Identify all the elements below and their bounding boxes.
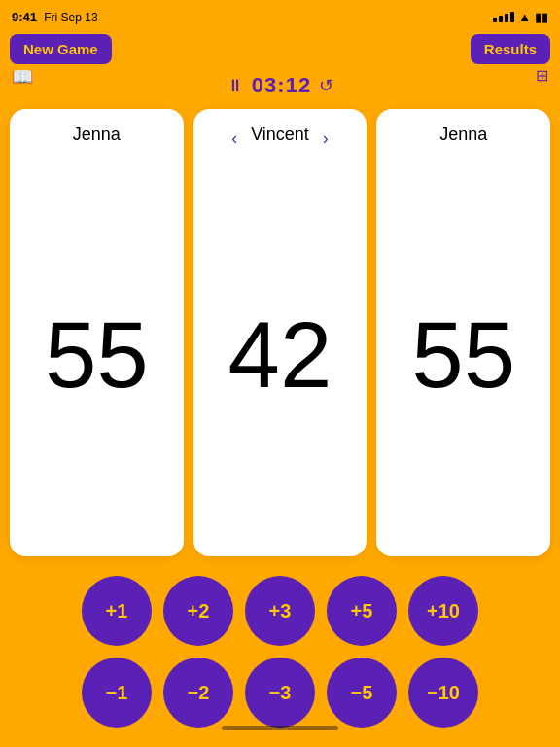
score-plus5-button[interactable]: +5 [327, 576, 397, 646]
top-bar: New Game Results [0, 27, 560, 70]
grid-icon[interactable]: ⊞ [536, 66, 548, 85]
player-name-2: Vincent [251, 124, 309, 145]
pause-icon[interactable]: ⏸ [227, 76, 244, 96]
timer-row: ⏸ 03:12 ↺ [0, 70, 560, 101]
wifi-icon: ▲ [518, 10, 531, 24]
player-score-1: 55 [45, 302, 149, 409]
signal-bars-icon [493, 12, 514, 22]
new-game-button[interactable]: New Game [10, 34, 112, 64]
player-name-1: Jenna [73, 124, 121, 145]
next-player-button[interactable]: › [317, 126, 334, 151]
book-icon[interactable]: 📖 [12, 66, 33, 88]
player-cards-area: Jenna 55 ‹ Vincent › 42 Jenna 55 [0, 109, 560, 556]
status-time: 9:41 Fri Sep 13 [12, 10, 98, 24]
home-indicator [222, 726, 338, 730]
positive-score-row: +1 +2 +3 +5 +10 [82, 576, 478, 646]
prev-player-button[interactable]: ‹ [226, 126, 243, 151]
player-score-3: 55 [411, 302, 515, 409]
status-icons: ▲ ▮▮ [493, 10, 548, 24]
player-card-3: Jenna 55 [376, 109, 550, 556]
score-plus1-button[interactable]: +1 [82, 576, 152, 646]
player-name-row-2: ‹ Vincent › [226, 124, 334, 153]
timer-display: 03:12 [252, 73, 311, 98]
player-card-1: Jenna 55 [10, 109, 184, 556]
bottom-bar [0, 716, 560, 739]
score-plus2-button[interactable]: +2 [163, 576, 233, 646]
player-card-2: ‹ Vincent › 42 [193, 109, 368, 556]
score-plus3-button[interactable]: +3 [245, 576, 315, 646]
score-plus10-button[interactable]: +10 [408, 576, 478, 646]
results-button[interactable]: Results [471, 34, 550, 64]
player-score-2: 42 [228, 302, 332, 409]
reset-timer-icon[interactable]: ↺ [319, 75, 333, 96]
battery-icon: ▮▮ [535, 10, 548, 24]
player-name-3: Jenna [439, 124, 487, 145]
status-bar: 9:41 Fri Sep 13 ▲ ▮▮ [0, 0, 560, 27]
